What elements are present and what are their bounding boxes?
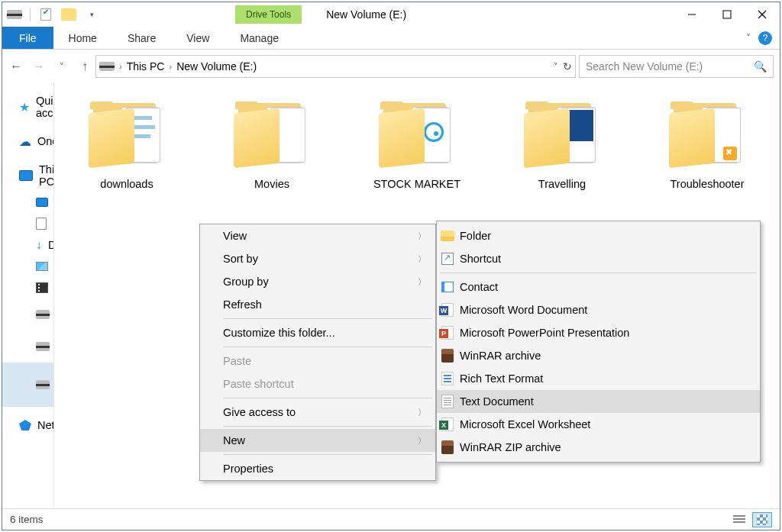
ribbon-collapse-icon[interactable]: ˅ (746, 33, 751, 44)
details-view-button[interactable] (729, 512, 749, 527)
icons-view-button[interactable] (752, 512, 772, 527)
sidebar-item-documents[interactable]: Documents (2, 213, 53, 234)
customize-qat-icon[interactable]: ▾ (84, 8, 99, 21)
video-icon (36, 281, 48, 295)
ctx-new-folder[interactable]: Folder (437, 224, 760, 247)
search-input[interactable]: Search New Volume (E:) 🔍 (579, 55, 774, 78)
svg-rect-1 (723, 11, 731, 18)
new-folder-icon[interactable] (61, 8, 76, 21)
sidebar-item-desktop[interactable]: Desktop (2, 192, 53, 213)
ctx-new-contact[interactable]: Contact (437, 276, 760, 298)
close-button[interactable] (745, 2, 780, 27)
separator (223, 318, 432, 319)
forward-button[interactable]: → (31, 60, 47, 73)
sidebar-item-data[interactable]: Data (D:) (2, 330, 53, 363)
explorer-window: ▾ Drive Tools New Volume (E:) File Home … (2, 2, 780, 530)
sidebar-item-onedrive[interactable]: ☁OneDrive (2, 131, 53, 152)
sidebar-item-quick-access[interactable]: ★Quick access (2, 91, 53, 123)
excel-icon (440, 417, 455, 432)
sidebar-item-acer[interactable]: Acer (C:) (2, 298, 53, 330)
sidebar-item-network[interactable]: Network (2, 414, 53, 436)
ctx-label: Microsoft Excel Worksheet (460, 418, 590, 430)
maximize-button[interactable] (709, 2, 745, 27)
back-button[interactable]: ← (8, 60, 24, 73)
folder-downloads[interactable]: downloads (77, 100, 176, 190)
item-count: 6 items (10, 514, 44, 525)
ctx-label: Shortcut (460, 253, 501, 265)
properties-icon[interactable] (38, 8, 53, 21)
drive-icon (99, 62, 115, 71)
ctx-give-access[interactable]: Give access to〉 (200, 401, 435, 424)
minimize-button[interactable] (674, 2, 709, 27)
ctx-new-rtf[interactable]: Rich Text Format (437, 367, 760, 390)
up-button[interactable]: ↑ (77, 60, 92, 73)
ctx-label: View (223, 230, 247, 242)
ribbon-tab-view[interactable]: View (171, 27, 225, 49)
ctx-new-rar[interactable]: WinRAR archive (437, 344, 760, 367)
ctx-label: Paste shortcut (223, 378, 294, 390)
ctx-label: WinRAR archive (460, 350, 541, 362)
window-title: New Volume (E:) (326, 8, 406, 21)
separator (440, 272, 757, 273)
breadcrumb-current[interactable]: New Volume (E:) (176, 60, 257, 73)
network-icon (19, 418, 31, 432)
ctx-new-word[interactable]: Microsoft Word Document (437, 298, 760, 321)
ctx-new-shortcut[interactable]: Shortcut (437, 247, 760, 270)
sidebar-item-this-pc[interactable]: This PC (2, 160, 53, 192)
folder-icon (379, 100, 455, 169)
powerpoint-icon (440, 325, 455, 340)
ctx-label: Rich Text Format (460, 372, 543, 385)
sidebar-item-videos[interactable]: Videos (2, 277, 53, 298)
address-bar[interactable]: › This PC › New Volume (E:) ˅ ↻ (95, 55, 576, 78)
chevron-right-icon: 〉 (418, 276, 426, 288)
ctx-new-text-document[interactable]: Text Document (437, 390, 760, 413)
ribbon-tab-home[interactable]: Home (53, 27, 112, 49)
separator (30, 8, 31, 21)
folder-troubleshooter[interactable]: Troubleshooter (658, 100, 757, 190)
folder-travelling[interactable]: Travelling (512, 100, 612, 190)
sidebar-item-downloads[interactable]: ↓Downloads (2, 234, 53, 256)
chevron-right-icon[interactable]: › (169, 62, 172, 71)
folder-label: Movies (222, 178, 322, 190)
chevron-right-icon: 〉 (418, 231, 426, 242)
status-bar: 6 items (2, 508, 780, 530)
ctx-label: Give access to (223, 406, 296, 418)
help-icon[interactable]: ? (758, 31, 772, 45)
monitor-icon (19, 169, 33, 182)
address-dropdown-icon[interactable]: ˅ (554, 62, 558, 72)
folder-stock-market[interactable]: STOCK MARKET (367, 100, 467, 190)
ribbon-tabs: File Home Share View Manage ˅ ? (2, 27, 780, 50)
separator (223, 347, 432, 347)
titlebar: ▾ Drive Tools New Volume (E:) (2, 2, 780, 27)
ctx-properties[interactable]: Properties (200, 457, 435, 480)
zip-icon (440, 440, 455, 455)
shortcut-icon (440, 251, 455, 266)
ctx-customize[interactable]: Customize this folder... (200, 321, 435, 344)
sidebar-item-new-volume[interactable]: New Volume (E:) (2, 363, 53, 407)
ctx-new[interactable]: New〉 (200, 429, 435, 452)
ctx-group-by[interactable]: Group by〉 (200, 270, 435, 293)
folder-movies[interactable]: Movies (222, 100, 322, 190)
ctx-new-excel[interactable]: Microsoft Excel Worksheet (437, 413, 760, 436)
ctx-label: Text Document (460, 395, 534, 408)
ctx-view[interactable]: View〉 (200, 224, 435, 247)
sidebar-label: Quick access (36, 95, 54, 119)
ribbon-tab-share[interactable]: Share (112, 27, 171, 49)
drive-icon (36, 308, 50, 321)
refresh-icon[interactable]: ↻ (563, 60, 572, 73)
ctx-new-powerpoint[interactable]: Microsoft PowerPoint Presentation (437, 321, 760, 344)
ribbon-tab-file[interactable]: File (2, 27, 53, 49)
ctx-sort-by[interactable]: Sort by〉 (200, 247, 435, 270)
ctx-new-zip[interactable]: WinRAR ZIP archive (437, 436, 760, 459)
sidebar-item-pictures[interactable]: Pictures (2, 256, 53, 277)
ctx-label: Customize this folder... (223, 327, 335, 339)
ctx-label: Properties (223, 463, 273, 475)
recent-locations-icon[interactable]: ˅ (54, 62, 69, 72)
contact-icon (440, 279, 455, 295)
drive-tools-tab[interactable]: Drive Tools (235, 5, 302, 24)
ribbon-tab-manage[interactable]: Manage (225, 27, 294, 49)
onedrive-icon: ☁ (19, 134, 31, 148)
ctx-refresh[interactable]: Refresh (200, 293, 435, 316)
chevron-right-icon[interactable]: › (119, 62, 122, 71)
breadcrumb-this-pc[interactable]: This PC (127, 60, 165, 73)
